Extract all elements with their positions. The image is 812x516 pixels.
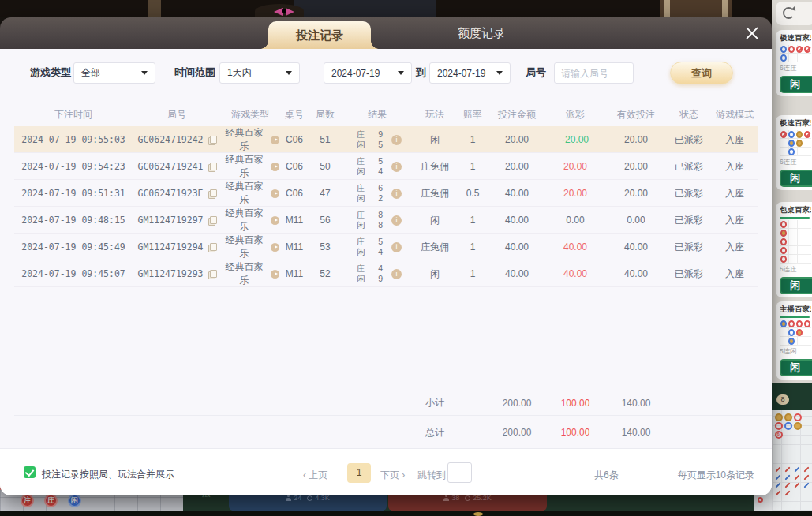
game-type-cell: 经典百家乐	[221, 153, 279, 180]
streak-label: 6连庄	[780, 158, 812, 167]
status-cell: 已派彩	[666, 214, 712, 227]
copy-icon[interactable]	[208, 136, 216, 144]
refresh-button[interactable]	[776, 2, 812, 25]
blue-road-slash	[794, 466, 799, 472]
play-icon[interactable]	[271, 243, 279, 252]
payout-cell: 40.00	[544, 268, 606, 279]
bead-road	[780, 45, 811, 62]
info-icon[interactable]	[391, 215, 402, 226]
player-bet-button[interactable]: 闲	[780, 277, 812, 294]
red-bead	[788, 46, 795, 53]
copy-icon[interactable]	[208, 163, 216, 171]
odds-cell: 1	[456, 241, 489, 252]
screen-bottom-edge	[0, 511, 812, 516]
date-from-select[interactable]: 2024-07-19	[324, 62, 412, 84]
marker-chip[interactable]: 注	[21, 494, 34, 507]
bet-amount-cell: 20.00	[489, 161, 544, 172]
prev-page-button[interactable]: ‹ 上页	[303, 469, 327, 482]
col-header: 有效投注	[606, 108, 666, 122]
game-type-cell: 经典百家乐	[221, 180, 279, 207]
valid-bet-cell: 40.00	[606, 241, 666, 252]
copy-icon[interactable]	[208, 216, 216, 225]
red-slash-bead	[804, 131, 810, 138]
blue-bead	[788, 148, 795, 155]
query-button[interactable]: 查询	[670, 62, 733, 84]
tab-betting-records[interactable]: 投注记录	[268, 21, 371, 49]
tab-quota-records[interactable]: 额度记录	[430, 17, 533, 49]
player-bet-button[interactable]: 闲	[780, 359, 812, 376]
modal-header: 投注记录 额度记录	[0, 17, 772, 49]
round-id-cell: GC0624719241	[133, 161, 221, 172]
marker-chip[interactable]: 闲	[68, 494, 81, 507]
time-range-select[interactable]: 1天内	[219, 62, 300, 84]
valid-bet-cell: 20.00	[606, 161, 666, 172]
play-type-cell: 庄免佣	[413, 187, 456, 200]
total-payout: 100.00	[544, 427, 606, 438]
lobby-table-card[interactable]: 包桌百家乐 5连庄 闲	[776, 202, 812, 297]
info-icon[interactable]	[391, 242, 402, 252]
round-id: GM1124719297	[137, 215, 203, 226]
road-beads	[774, 413, 812, 439]
lobby-table-card[interactable]: 极速百家乐 6连庄 闲	[776, 30, 812, 96]
chevron-down-icon	[141, 71, 148, 75]
payout-cell: 20.00	[544, 161, 606, 172]
red-road-slash	[803, 474, 809, 480]
player-bet-button[interactable]: 闲	[780, 76, 812, 93]
marker-chip[interactable]: 庄	[44, 494, 58, 507]
game-type-select[interactable]: 全部	[73, 62, 155, 84]
copy-icon[interactable]	[208, 243, 216, 252]
info-icon[interactable]	[391, 189, 402, 199]
col-header: 结果	[341, 108, 413, 122]
next-page-button[interactable]: 下页 ›	[380, 469, 405, 482]
jump-to-input[interactable]	[447, 462, 472, 483]
round-id-cell: GM1124719297	[133, 215, 221, 226]
gold-marker	[473, 512, 483, 516]
round-id: GC0624719241	[137, 161, 203, 172]
background-pillar	[294, 0, 436, 17]
lobby-card-title: 主播百家乐	[780, 305, 811, 315]
status-cell: 已派彩	[666, 267, 712, 281]
info-icon[interactable]	[391, 162, 402, 172]
info-icon[interactable]	[391, 269, 402, 279]
status-cell: 已派彩	[666, 160, 712, 174]
round-number-input[interactable]	[554, 62, 634, 84]
col-header: 派彩	[544, 108, 606, 122]
table-no-cell: M11	[279, 241, 309, 252]
bet-amount-cell: 40.00	[489, 268, 544, 279]
play-icon[interactable]	[271, 216, 279, 225]
game-mode-cell: 入座	[712, 214, 758, 227]
game-type-cell: 经典百家乐	[221, 207, 279, 234]
lobby-table-card[interactable]: 主播百家乐 5连闲 闲	[776, 301, 812, 380]
lobby-sidebar: 极速百家乐 6连庄 闲 极速百家乐 6连庄 闲 包桌百家乐 5连庄 闲 主播百家…	[772, 0, 812, 516]
play-icon[interactable]	[271, 270, 279, 279]
total-valid: 140.00	[606, 427, 666, 438]
play-type-cell: 闲	[413, 133, 456, 147]
table-no-cell: C06	[279, 188, 309, 199]
play-icon[interactable]	[271, 136, 279, 144]
blue-bead	[780, 54, 787, 62]
lobby-table-card[interactable]: 极速百家乐 6连庄 闲	[776, 115, 812, 190]
coin-icon	[307, 495, 312, 501]
game-type-cell: 经典百家乐	[221, 260, 279, 287]
close-icon[interactable]	[742, 23, 762, 43]
current-page-button[interactable]: 1	[347, 463, 371, 483]
round-id-cell: GM1124719294	[133, 241, 221, 252]
bead-road	[780, 320, 811, 346]
game-type: 经典百家乐	[221, 180, 268, 207]
player-bet-button[interactable]: 闲	[780, 170, 812, 187]
play-icon[interactable]	[271, 189, 279, 198]
play-icon[interactable]	[271, 163, 279, 171]
lobby-card-title: 包桌百家乐	[780, 205, 811, 215]
game-type: 经典百家乐	[221, 126, 268, 153]
copy-icon[interactable]	[208, 270, 216, 279]
date-to-select[interactable]: 2024-07-19	[429, 62, 511, 84]
copy-icon[interactable]	[208, 189, 216, 198]
info-icon[interactable]	[391, 135, 402, 145]
red-road-slash	[775, 490, 780, 495]
total-row: 总计 200.00 100.00 140.00	[14, 420, 772, 445]
red-bead	[775, 422, 783, 430]
round-id: GC0624719242	[137, 134, 203, 145]
red-bead	[780, 256, 787, 263]
result-scores: 庄5 闲4	[357, 237, 383, 257]
merge-checkbox[interactable]	[24, 466, 36, 478]
